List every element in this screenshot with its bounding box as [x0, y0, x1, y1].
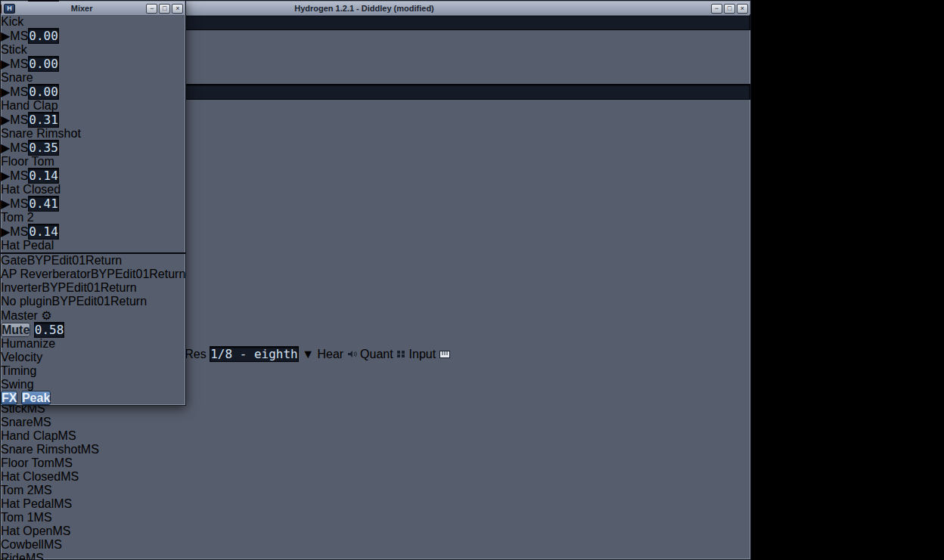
instrument-solo-button[interactable]: S — [44, 484, 52, 497]
fx-edit-button[interactable]: Edit — [115, 268, 136, 280]
fx-edit-button[interactable]: Edit — [66, 281, 87, 294]
gear-icon[interactable]: ⚙ — [41, 309, 51, 322]
channel-solo-button[interactable]: S — [20, 197, 29, 210]
fx-bypass-button[interactable]: BYP — [52, 295, 76, 308]
instrument-row[interactable]: Tom 1MS — [1, 511, 750, 524]
minimize-button[interactable]: − — [711, 4, 722, 14]
knob-max-label: 1 — [142, 268, 149, 280]
channel-mute-button[interactable]: M — [10, 29, 20, 42]
channel-mute-button[interactable]: M — [10, 85, 20, 98]
channel-play-button[interactable]: ▶ — [1, 169, 10, 182]
input-mode-button[interactable] — [439, 348, 450, 360]
instrument-mute-button[interactable]: M — [54, 456, 64, 469]
close-button[interactable]: × — [737, 4, 748, 14]
master-fx-button[interactable]: FX — [1, 391, 17, 405]
humanize-label: Humanize — [1, 337, 185, 351]
instrument-row[interactable]: Floor TomMS — [1, 456, 750, 470]
fx-bypass-button[interactable]: BYP — [27, 254, 51, 267]
instrument-mute-button[interactable]: M — [44, 538, 54, 551]
chevron-down-icon[interactable]: ▼ — [302, 348, 314, 360]
channel-mute-button[interactable]: M — [10, 141, 20, 154]
channel-solo-button[interactable]: S — [20, 141, 29, 154]
fx-name-display[interactable]: Gate — [1, 254, 27, 267]
channel-play-button[interactable]: ▶ — [1, 197, 10, 210]
humanize-timing-knob[interactable]: Timing — [1, 364, 185, 378]
fx-edit-button[interactable]: Edit — [76, 295, 98, 308]
resolution-select[interactable]: 1/8 - eighth ▼ — [210, 348, 317, 360]
instrument-name-label: Snare Rimshot — [1, 443, 81, 456]
instrument-solo-button[interactable]: S — [44, 511, 52, 524]
channel-play-button[interactable]: ▶ — [1, 29, 10, 42]
instrument-mute-button[interactable]: M — [34, 484, 44, 497]
maximize-button[interactable]: □ — [159, 4, 170, 14]
master-peak-button[interactable]: Peak — [21, 391, 51, 405]
mixer-titlebar[interactable]: H Mixer − □ × — [2, 2, 185, 16]
instrument-mute-button[interactable]: M — [61, 470, 70, 483]
channel-solo-button[interactable]: S — [20, 113, 29, 126]
instrument-mute-button[interactable]: M — [58, 429, 68, 442]
instrument-mute-button[interactable]: M — [33, 416, 43, 429]
mixer-channel-strip: ▶MS0.00Hand Clap — [1, 85, 185, 113]
fx-name-display[interactable]: Inverter — [1, 281, 42, 294]
instrument-solo-button[interactable]: S — [54, 538, 62, 551]
channel-play-button[interactable]: ▶ — [1, 225, 10, 238]
channel-solo-button[interactable]: S — [20, 85, 29, 98]
channel-solo-button[interactable]: S — [20, 225, 29, 238]
channel-name-label: Hand Clap — [1, 99, 58, 112]
fx-slot: AP ReverberatorBYPEdit01Return — [1, 268, 185, 281]
instrument-name-label: Hand Clap — [1, 429, 58, 442]
quantize-button[interactable] — [396, 348, 408, 360]
fx-name-display[interactable]: No plugin — [1, 295, 52, 308]
maximize-button[interactable]: □ — [724, 4, 735, 14]
channel-play-button[interactable]: ▶ — [1, 141, 10, 154]
channel-play-button[interactable]: ▶ — [1, 113, 10, 126]
fx-bypass-button[interactable]: BYP — [42, 281, 66, 294]
channel-play-button[interactable]: ▶ — [1, 57, 10, 70]
hear-notes-button[interactable] — [347, 348, 360, 360]
close-button[interactable]: × — [172, 4, 183, 14]
instrument-row[interactable]: Hand ClapMS — [1, 429, 750, 443]
swing-knob[interactable]: Swing — [1, 378, 185, 391]
channel-mute-button[interactable]: M — [10, 113, 20, 126]
instrument-row[interactable]: Snare RimshotMS — [1, 443, 750, 456]
channel-mute-button[interactable]: M — [10, 225, 20, 238]
instrument-solo-button[interactable]: S — [91, 443, 99, 456]
instrument-solo-button[interactable]: S — [63, 524, 71, 537]
instrument-solo-button[interactable]: S — [64, 456, 73, 469]
channel-fader-zone: Hat Closed — [1, 183, 185, 196]
instrument-row[interactable]: SnareMS — [1, 416, 750, 429]
channel-solo-button[interactable]: S — [20, 169, 29, 182]
instrument-solo-button[interactable]: S — [64, 497, 73, 510]
fx-return-label: Return — [110, 295, 147, 308]
instrument-row[interactable]: Tom 2MS — [1, 484, 750, 497]
humanize-velocity-knob[interactable]: Velocity — [1, 351, 185, 364]
instrument-row[interactable]: Hat OpenMS — [1, 524, 750, 538]
instrument-row[interactable]: CowbellMS — [1, 538, 750, 552]
instrument-mute-button[interactable]: M — [81, 443, 91, 456]
fx-name-display[interactable]: AP Reverberator — [1, 268, 91, 280]
instrument-mute-button[interactable]: M — [54, 497, 64, 510]
timing-knob-label: Timing — [1, 364, 185, 378]
channel-play-button[interactable]: ▶ — [1, 85, 10, 98]
channel-solo-button[interactable]: S — [20, 29, 29, 42]
channel-mute-button[interactable]: M — [10, 197, 20, 210]
instrument-solo-button[interactable]: S — [70, 470, 79, 483]
fx-edit-button[interactable]: Edit — [51, 254, 73, 267]
channel-name-label: Hat Closed — [1, 183, 61, 196]
instrument-row[interactable]: Hat PedalMS — [1, 497, 750, 511]
instrument-row[interactable]: Hat ClosedMS — [1, 470, 750, 484]
minimize-button[interactable]: − — [146, 4, 157, 14]
instrument-mute-button[interactable]: M — [34, 511, 44, 524]
instrument-mute-button[interactable]: M — [26, 552, 36, 560]
master-mute-button[interactable]: Mute — [1, 323, 30, 337]
mixer-channel-strip: ▶MS0.00Snare — [1, 57, 185, 85]
instrument-row[interactable]: RideMS — [1, 552, 750, 560]
instrument-solo-button[interactable]: S — [36, 552, 44, 560]
instrument-solo-button[interactable]: S — [43, 416, 51, 429]
channel-solo-button[interactable]: S — [20, 57, 29, 70]
channel-mute-button[interactable]: M — [10, 57, 20, 70]
instrument-solo-button[interactable]: S — [68, 429, 76, 442]
instrument-mute-button[interactable]: M — [52, 524, 62, 537]
fx-bypass-button[interactable]: BYP — [91, 268, 115, 280]
channel-mute-button[interactable]: M — [10, 169, 20, 182]
